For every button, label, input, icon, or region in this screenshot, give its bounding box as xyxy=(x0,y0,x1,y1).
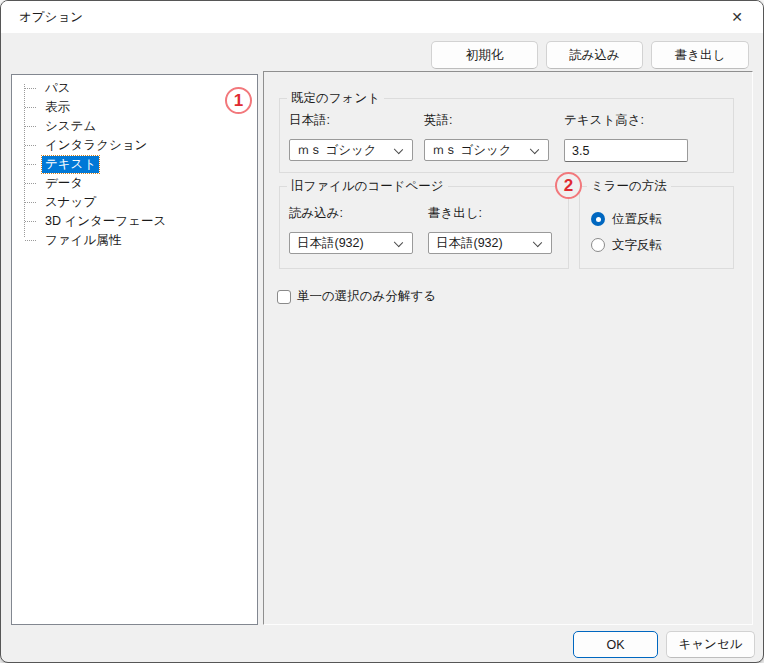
mirror-method-group-title: ミラーの方法 xyxy=(587,179,671,194)
sidebar-item-snap[interactable]: スナップ xyxy=(12,193,257,212)
import-settings-button[interactable]: 読み込み xyxy=(546,41,643,69)
sidebar-item-3d-interface[interactable]: 3D インターフェース xyxy=(12,212,257,231)
codepage-export-label: 書き出し: xyxy=(428,205,482,222)
sidebar-item-text[interactable]: テキスト xyxy=(12,155,257,174)
sidebar-item-data[interactable]: データ xyxy=(12,174,257,193)
window-title: オプション xyxy=(19,1,83,33)
cancel-button[interactable]: キャンセル xyxy=(666,631,755,658)
mirror-character-flip-radio[interactable]: 文字反転 xyxy=(591,237,662,253)
japanese-font-label: 日本語: xyxy=(289,112,330,129)
annotation-circle-1: 1 xyxy=(225,87,252,114)
decompose-single-selection-checkbox[interactable]: 単一の選択のみ分解する xyxy=(277,288,436,305)
codepage-load-select[interactable]: 日本語(932) xyxy=(289,232,413,254)
chevron-down-icon xyxy=(394,238,403,247)
initialize-button[interactable]: 初期化 xyxy=(431,41,538,69)
codepage-load-label: 読み込み: xyxy=(289,205,343,222)
sidebar-item-file-attributes[interactable]: ファイル属性 xyxy=(12,231,257,250)
mirror-method-group: ミラーの方法 xyxy=(579,186,734,269)
chevron-down-icon xyxy=(530,145,539,154)
annotation-circle-2: 2 xyxy=(555,172,582,199)
sidebar-item-interaction[interactable]: インタラクション xyxy=(12,136,257,155)
sidebar-item-path[interactable]: パス xyxy=(12,79,257,98)
radio-icon xyxy=(591,212,605,226)
category-tree: パス 表示 システム インタラクション テキスト データ スナップ 3D インタ… xyxy=(11,74,258,625)
sidebar-item-system[interactable]: システム xyxy=(12,117,257,136)
chevron-down-icon xyxy=(394,145,403,154)
export-settings-button[interactable]: 書き出し xyxy=(651,41,749,69)
mirror-position-flip-radio[interactable]: 位置反転 xyxy=(591,211,662,227)
radio-icon xyxy=(591,238,605,252)
chevron-down-icon xyxy=(533,238,542,247)
english-font-label: 英語: xyxy=(424,112,452,129)
codepage-group: 旧ファイルのコードページ xyxy=(279,186,569,269)
text-height-input[interactable] xyxy=(564,139,688,162)
codepage-group-title: 旧ファイルのコードページ xyxy=(287,179,448,194)
options-dialog: オプション ✕ 初期化 読み込み 書き出し パス 表示 システム インタラクショ… xyxy=(0,0,764,663)
titlebar: オプション ✕ xyxy=(1,1,763,33)
codepage-export-select[interactable]: 日本語(932) xyxy=(428,232,552,254)
text-height-label: テキスト高さ: xyxy=(564,112,644,129)
default-font-group-title: 既定のフォント xyxy=(287,91,384,106)
ok-button[interactable]: OK xyxy=(573,631,658,658)
english-font-select[interactable]: ｍｓ ゴシック xyxy=(424,139,549,161)
checkbox-icon xyxy=(277,290,291,304)
japanese-font-select[interactable]: ｍｓ ゴシック xyxy=(289,139,413,161)
close-icon[interactable]: ✕ xyxy=(719,3,755,31)
sidebar-item-display[interactable]: 表示 xyxy=(12,98,257,117)
